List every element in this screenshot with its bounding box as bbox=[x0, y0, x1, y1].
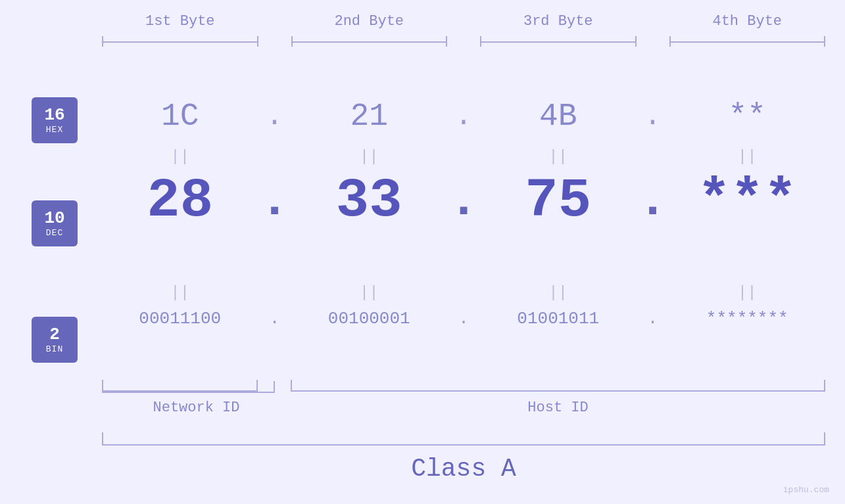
byte3-header: 3rd Byte bbox=[480, 13, 637, 30]
eq2-1: || bbox=[102, 284, 258, 302]
byte4-header: 4th Byte bbox=[669, 13, 826, 30]
page: 1st Byte 2nd Byte 3rd Byte 4th Byte bbox=[0, 0, 845, 504]
eq1-2: || bbox=[291, 148, 448, 166]
dec-dot-1: . bbox=[258, 173, 291, 229]
hex-val-4: ** bbox=[669, 99, 826, 134]
eq1-4: || bbox=[669, 148, 826, 166]
hex-badge-label: HEX bbox=[46, 125, 63, 135]
watermark: ipshu.com bbox=[783, 485, 829, 495]
network-id-label: Network ID bbox=[102, 400, 291, 416]
bin-val-3: 01001011 bbox=[480, 309, 637, 329]
bin-val-2: 00100001 bbox=[291, 309, 448, 329]
bin-badge-number: 2 bbox=[49, 325, 60, 344]
host-bracket bbox=[291, 380, 825, 392]
dec-val-3: 75 bbox=[480, 170, 637, 232]
dec-badge-number: 10 bbox=[44, 209, 64, 228]
hex-val-1: 1C bbox=[102, 99, 258, 134]
hex-dot-2: . bbox=[447, 100, 480, 133]
hex-val-2: 21 bbox=[291, 99, 448, 134]
hex-dot-3: . bbox=[637, 100, 669, 133]
bin-val-1: 00011100 bbox=[102, 309, 258, 329]
byte2-header: 2nd Byte bbox=[291, 13, 448, 30]
bin-badge: 2 BIN bbox=[32, 317, 78, 363]
eq1-1: || bbox=[102, 148, 258, 166]
dec-values-row: 28 . 33 . 75 . *** bbox=[102, 170, 825, 232]
bin-badge-label: BIN bbox=[46, 344, 63, 354]
hex-dot-1: . bbox=[258, 100, 291, 133]
hex-val-3: 4B bbox=[480, 99, 637, 134]
hex-values-row: 1C . 21 . 4B . ** bbox=[102, 99, 825, 134]
hex-badge: 16 HEX bbox=[32, 97, 78, 143]
dec-val-1: 28 bbox=[102, 170, 258, 232]
eq2-3: || bbox=[480, 284, 637, 302]
dec-badge: 10 DEC bbox=[32, 200, 78, 246]
eq2-2: || bbox=[291, 284, 448, 302]
bin-dot-1: . bbox=[258, 309, 291, 329]
bin-val-4: ******** bbox=[669, 309, 826, 329]
eq-row-1: || || || || bbox=[102, 148, 825, 166]
dec-val-2: 33 bbox=[291, 170, 448, 232]
dec-dot-2: . bbox=[447, 173, 480, 229]
network-bracket bbox=[102, 380, 258, 392]
eq-row-2: || || || || bbox=[102, 284, 825, 302]
bin-dot-3: . bbox=[637, 309, 669, 329]
byte-headers-row: 1st Byte 2nd Byte 3rd Byte 4th Byte bbox=[102, 13, 825, 30]
dec-val-4: *** bbox=[669, 170, 826, 232]
eq2-4: || bbox=[669, 284, 826, 302]
eq1-3: || bbox=[480, 148, 637, 166]
hex-badge-number: 16 bbox=[44, 106, 64, 125]
bin-dot-2: . bbox=[447, 309, 480, 329]
byte1-header: 1st Byte bbox=[102, 13, 258, 30]
dec-badge-label: DEC bbox=[46, 228, 63, 238]
class-label: Class A bbox=[102, 455, 825, 483]
top-brackets bbox=[102, 36, 825, 47]
dec-dot-3: . bbox=[637, 173, 669, 229]
host-id-label: Host ID bbox=[291, 400, 825, 416]
bin-values-row: 00011100 . 00100001 . 01001011 . *******… bbox=[102, 309, 825, 329]
full-bracket bbox=[102, 432, 825, 446]
